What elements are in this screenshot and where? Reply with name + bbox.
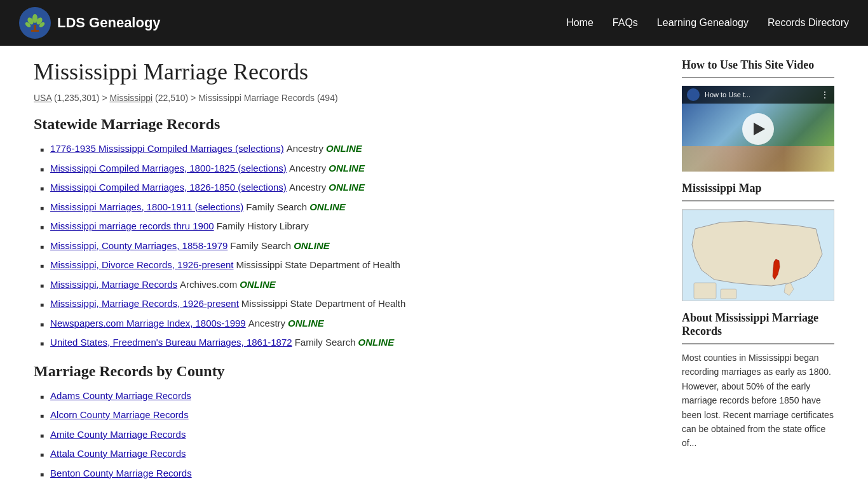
statewide-record-source: Archives.com [180, 278, 237, 292]
county-record-item: Attala County Marriage Records [40, 447, 663, 461]
nav-records-dir[interactable]: Records Directory [768, 17, 849, 29]
statewide-record-item: Mississippi Compiled Marriages, 1826-185… [40, 180, 663, 195]
logo-area[interactable]: LDS Genealogy [19, 7, 161, 39]
breadcrumb: USA (1,235,301) > Mississippi (22,510) >… [34, 93, 663, 103]
logo-text: LDS Genealogy [57, 15, 161, 31]
statewide-record-source: Ancestry [289, 180, 326, 195]
main-nav: Home FAQs Learning Genealogy Records Dir… [566, 17, 849, 29]
statewide-record-link[interactable]: Mississippi Marriages, 1800-1911 (select… [50, 200, 243, 215]
statewide-record-list: 1776-1935 Mississippi Compiled Marriages… [40, 142, 663, 350]
video-thumbnail[interactable]: How to Use t... ⋮ [682, 86, 834, 172]
county-record-item: Bolivar County Marriage Records [40, 485, 663, 488]
online-badge: ONLINE [329, 161, 365, 176]
video-people-strip [682, 146, 834, 172]
breadcrumb-mississippi[interactable]: Mississippi [109, 93, 153, 103]
breadcrumb-usa-count: (1,235,301) [54, 93, 100, 103]
statewide-record-item: Mississippi marriage records thru 1900 F… [40, 219, 663, 234]
statewide-record-link[interactable]: Mississippi, Marriage Records [50, 278, 177, 292]
statewide-section-title: Statewide Marriage Records [34, 116, 663, 133]
site-header: LDS Genealogy Home FAQs Learning Genealo… [0, 0, 868, 46]
play-triangle-icon [754, 123, 765, 135]
statewide-record-source: Ancestry [289, 161, 326, 176]
usa-map-svg [682, 210, 834, 301]
statewide-record-item: Mississippi, Marriage Records, 1926-pres… [40, 297, 663, 311]
statewide-record-item: Mississippi Marriages, 1800-1911 (select… [40, 200, 663, 215]
logo-icon [19, 7, 51, 39]
statewide-record-link[interactable]: Mississippi, Divorce Records, 1926-prese… [50, 258, 233, 273]
county-section-title: Marriage Records by County [34, 363, 663, 380]
map-section: Mississippi Map [682, 182, 834, 301]
county-record-link[interactable]: Bolivar County Marriage Records [50, 485, 191, 488]
statewide-record-source: Family Search [230, 239, 291, 254]
online-badge: ONLINE [240, 278, 276, 292]
video-divider [682, 77, 834, 78]
county-record-list: Adams County Marriage RecordsAlcorn Coun… [40, 389, 663, 489]
play-button[interactable] [742, 113, 774, 145]
statewide-record-source: Mississippi State Department of Health [241, 297, 405, 311]
statewide-record-link[interactable]: Mississippi Compiled Marriages, 1800-182… [50, 161, 287, 176]
map-divider [682, 200, 834, 201]
video-thumb-inner: How to Use t... ⋮ [682, 86, 834, 172]
map-container[interactable] [682, 209, 834, 301]
about-divider [682, 343, 834, 344]
breadcrumb-mississippi-count: (22,510) [155, 93, 188, 103]
county-record-link[interactable]: Benton County Marriage Records [50, 466, 192, 481]
nav-learning[interactable]: Learning Genealogy [657, 17, 749, 29]
statewide-record-item: 1776-1935 Mississippi Compiled Marriages… [40, 142, 663, 156]
main-content: Mississippi Marriage Records USA (1,235,… [34, 58, 663, 488]
statewide-record-source: Family History Library [217, 219, 309, 234]
about-text: Most counties in Mississippi began recor… [682, 351, 834, 451]
about-section: About Mississippi Marriage Records Most … [682, 311, 834, 451]
statewide-record-link[interactable]: Mississippi, County Marriages, 1858-1979 [50, 239, 227, 254]
statewide-record-source: Family Search [295, 336, 356, 350]
video-section-title: How to Use This Site Video [682, 58, 834, 72]
county-record-item: Benton County Marriage Records [40, 466, 663, 481]
map-section-title: Mississippi Map [682, 182, 834, 195]
sidebar: How to Use This Site Video How to Use t.… [682, 58, 834, 488]
video-title-bar: How to Use t... [705, 91, 750, 98]
video-dots: ⋮ [820, 90, 829, 100]
video-logo-small [687, 88, 700, 101]
nav-home[interactable]: Home [566, 17, 593, 29]
statewide-record-source: Ancestry [248, 316, 285, 331]
online-badge: ONLINE [294, 239, 330, 254]
statewide-record-link[interactable]: Mississippi Compiled Marriages, 1826-185… [50, 180, 287, 195]
statewide-record-item: Mississippi Compiled Marriages, 1800-182… [40, 161, 663, 176]
statewide-record-link[interactable]: Mississippi, Marriage Records, 1926-pres… [50, 297, 239, 311]
statewide-record-item: Mississippi, County Marriages, 1858-1979… [40, 239, 663, 254]
video-overlay-bar: How to Use t... ⋮ [682, 86, 834, 104]
statewide-record-link[interactable]: 1776-1935 Mississippi Compiled Marriages… [50, 142, 284, 156]
svg-rect-10 [721, 289, 736, 299]
breadcrumb-sep1: > [102, 93, 109, 103]
online-badge: ONLINE [288, 316, 324, 331]
county-record-item: Amite County Marriage Records [40, 428, 663, 442]
statewide-record-link[interactable]: United States, Freedmen's Bureau Marriag… [50, 336, 292, 350]
statewide-record-source: Mississippi State Department of Health [236, 258, 400, 273]
statewide-record-link[interactable]: Newspapers.com Marriage Index, 1800s-199… [50, 316, 246, 331]
statewide-record-source: Family Search [246, 200, 307, 215]
online-badge: ONLINE [326, 142, 362, 156]
county-record-link[interactable]: Adams County Marriage Records [50, 389, 191, 403]
svg-rect-7 [31, 30, 39, 32]
statewide-record-source: Ancestry [287, 142, 323, 156]
statewide-record-item: Mississippi, Marriage Records Archives.c… [40, 278, 663, 292]
county-record-item: Alcorn County Marriage Records [40, 408, 663, 423]
county-record-link[interactable]: Attala County Marriage Records [50, 447, 186, 461]
county-record-link[interactable]: Alcorn County Marriage Records [50, 408, 189, 423]
video-section: How to Use This Site Video How to Use t.… [682, 58, 834, 172]
page-wrap: Mississippi Marriage Records USA (1,235,… [15, 46, 853, 488]
online-badge: ONLINE [358, 336, 394, 350]
statewide-record-item: United States, Freedmen's Bureau Marriag… [40, 336, 663, 350]
online-badge: ONLINE [309, 200, 346, 215]
statewide-record-link[interactable]: Mississippi marriage records thru 1900 [50, 219, 214, 234]
breadcrumb-usa[interactable]: USA [34, 93, 51, 103]
county-record-item: Adams County Marriage Records [40, 389, 663, 403]
statewide-record-item: Newspapers.com Marriage Index, 1800s-199… [40, 316, 663, 331]
about-title: About Mississippi Marriage Records [682, 311, 834, 338]
breadcrumb-current: > Mississippi Marriage Records (494) [191, 93, 337, 103]
online-badge: ONLINE [329, 180, 365, 195]
svg-rect-9 [694, 283, 716, 299]
county-record-link[interactable]: Amite County Marriage Records [50, 428, 186, 442]
statewide-record-item: Mississippi, Divorce Records, 1926-prese… [40, 258, 663, 273]
nav-faqs[interactable]: FAQs [613, 17, 638, 29]
